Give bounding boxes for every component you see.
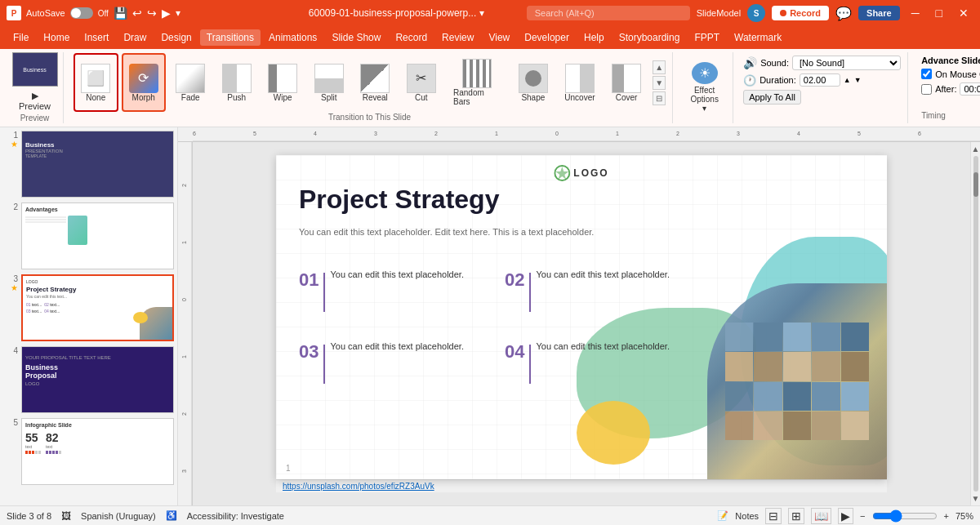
menu-view[interactable]: View [482,29,516,46]
user-avatar[interactable]: S [747,4,765,22]
fade-label: Fade [181,93,200,102]
notes-label[interactable]: Notes [735,511,759,521]
more-icon[interactable]: ▾ [176,7,180,19]
scroll-down-main[interactable]: ▼ [971,493,980,504]
scroll-thumb[interactable] [973,172,978,197]
close-button[interactable]: ✕ [954,5,973,21]
slideshow-icon[interactable]: ▶ [838,508,853,524]
present-icon[interactable]: ▶ [162,7,171,20]
comment-icon[interactable]: 💬 [835,6,852,21]
maximize-button[interactable]: □ [931,5,947,21]
slide-thumb-3[interactable]: LOGO Project Strategy You can edit this … [21,274,174,341]
normal-view-icon[interactable]: ⊟ [765,508,782,524]
effect-options-button[interactable]: ☀ EffectOptions ▾ [680,58,729,117]
slide-thumb-5[interactable]: Infographic Slide 55 text [21,418,174,485]
menu-transitions[interactable]: Transitions [200,29,261,46]
share-button[interactable]: Share [858,6,900,20]
canvas-area: 6 5 4 3 2 1 0 1 2 3 4 5 6 2 1 [178,127,980,505]
svg-text:2: 2 [434,131,438,136]
save-icon[interactable]: 💾 [114,7,127,20]
slide-item-5[interactable]: 5 Infographic Slide 55 text [3,418,174,485]
item-04-text: You can edit this text placeholder. [536,341,670,351]
svg-text:5: 5 [858,131,861,136]
menu-storyboarding[interactable]: Storyboarding [612,29,687,46]
user-model-label: SlideModel [697,8,741,18]
duration-input[interactable] [800,73,840,87]
reading-view-icon[interactable]: 📖 [811,508,831,524]
file-dropdown-icon[interactable]: ▾ [479,7,484,19]
menu-insert[interactable]: Insert [78,29,115,46]
transition-cut[interactable]: ✂ Cut [400,53,443,112]
zoom-slider[interactable] [872,509,938,523]
transition-cover[interactable]: Cover [605,53,648,112]
transition-random-bars[interactable]: Random Bars [446,53,509,112]
cut-label: Cut [415,93,428,102]
transition-split[interactable]: Split [308,53,351,112]
autosave-toggle[interactable] [70,7,93,19]
after-input[interactable] [960,82,980,96]
slide-sorter-icon[interactable]: ⊞ [788,508,804,524]
scroll-up-button[interactable]: ▲ [653,60,666,74]
menu-draw[interactable]: Draw [117,29,153,46]
transition-uncover[interactable]: Uncover [558,53,602,112]
record-dot [780,10,786,16]
slide-item-3[interactable]: 3 ★ LOGO Project Strategy You can edit t… [3,274,174,341]
menu-help[interactable]: Help [577,29,611,46]
notes-icon[interactable]: 📝 [717,510,728,521]
transition-fade[interactable]: Fade [169,53,212,112]
apply-to-all-button[interactable]: Apply To All [743,90,801,105]
after-label: After: [935,84,956,94]
slide-canvas[interactable]: LOGO [276,155,887,479]
after-checkbox[interactable] [921,84,932,95]
slide-thumb-4[interactable]: YOUR PROPOSAL TITLE TEXT HERE BusinessPr… [21,346,174,413]
slide-item-1[interactable]: 1 ★ Business PRESENTATION TEMPLATE [3,131,174,198]
duration-spinner-up[interactable]: ▲ [844,76,851,84]
slide-panel: 1 ★ Business PRESENTATION TEMPLATE 2 Adv… [0,127,178,505]
menu-slideshow[interactable]: Slide Show [325,29,387,46]
undo-icon[interactable]: ↩ [132,7,142,20]
clock-icon: 🕐 [743,74,756,87]
preview-button[interactable]: ▶ Preview [11,88,58,113]
slide-thumb-1[interactable]: Business PRESENTATION TEMPLATE [21,131,174,198]
scroll-up-main[interactable]: ▲ [971,144,980,154]
sound-select[interactable]: [No Sound] [792,56,901,70]
scroll-expand-button[interactable]: ⊟ [653,91,666,105]
record-button[interactable]: Record [772,6,829,20]
transition-push[interactable]: Push [216,53,259,112]
item-02-text: You can edit this text placeholder. [536,269,670,279]
menu-design[interactable]: Design [154,29,198,46]
slide-item-4[interactable]: 4 YOUR PROPOSAL TITLE TEXT HERE Business… [3,346,174,413]
transition-shape[interactable]: Shape [512,53,555,112]
search-input[interactable] [527,6,690,20]
none-icon: ⬜ [81,64,110,93]
transition-reveal[interactable]: Reveal [354,53,397,112]
slide-num-1: 1 [13,131,18,140]
menu-home[interactable]: Home [37,29,76,46]
slide-num-3: 3 [13,274,18,283]
slide-item-2[interactable]: 2 Advantages [3,202,174,269]
zoom-out-icon[interactable]: − [860,511,865,521]
zoom-in-icon[interactable]: + [944,511,949,521]
minimize-button[interactable]: ─ [906,5,924,21]
menu-watermark[interactable]: Watermark [728,29,788,46]
on-mouse-click-checkbox[interactable] [921,69,932,79]
menu-review[interactable]: Review [435,29,480,46]
transition-morph[interactable]: ⟳ Morph [122,53,167,112]
redo-icon[interactable]: ↪ [147,7,157,20]
shape-label: Shape [521,93,545,102]
menu-animations[interactable]: Animations [262,29,323,46]
menu-record[interactable]: Record [389,29,434,46]
scroll-down-button[interactable]: ▼ [653,76,666,90]
menu-file[interactable]: File [7,29,35,46]
transition-none[interactable]: ⬜ None [74,53,118,112]
transition-wipe[interactable]: Wipe [261,53,305,112]
slide-thumb-2[interactable]: Advantages [21,202,174,269]
svg-text:6: 6 [918,131,921,136]
menu-developer[interactable]: Developer [518,29,576,46]
title-bar-right: SlideModel S Record 💬 Share ─ □ ✕ [527,4,973,22]
item-03: 03 You can edit this text placeholder. [299,341,464,384]
duration-spinner-down[interactable]: ▼ [854,76,862,84]
random-bars-label: Random Bars [453,88,501,106]
menu-fppt[interactable]: FPPT [688,29,726,46]
url-bar[interactable]: https://unsplash.com/photos/efizRZ3AuVk [276,479,887,492]
